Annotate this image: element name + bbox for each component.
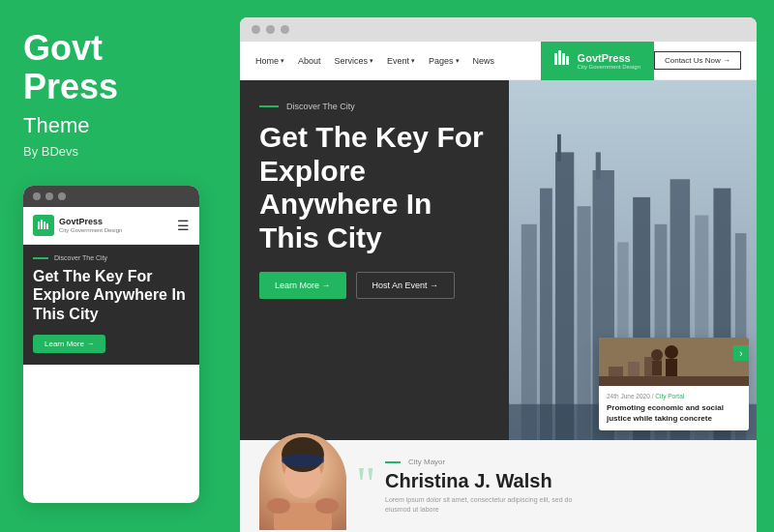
mobile-dot-1 (33, 192, 41, 200)
nav-link-pages[interactable]: Pages ▾ (429, 56, 460, 66)
mayor-desc: Lorem ipsum dolor sit amet, consectetur … (385, 495, 579, 515)
mobile-logo-text-wrap: GovtPress City Government Design (59, 218, 122, 233)
news-card: 24th June 2020 / City Portal Promoting e… (599, 338, 749, 430)
mayor-photo-inner (259, 433, 346, 530)
mobile-dot-3 (58, 192, 66, 200)
right-panel: Home ▾ About Services ▾ Event ▾ Pages ▾ … (223, 0, 774, 532)
svg-rect-32 (666, 359, 677, 376)
mobile-discover: Discover The City (33, 254, 190, 261)
svg-point-36 (282, 454, 324, 467)
desktop-hero: Discover The City Get The Key For Explor… (240, 80, 757, 440)
nav-link-home[interactable]: Home ▾ (255, 56, 284, 66)
svg-rect-28 (599, 376, 749, 386)
desktop-logo: GovtPress City Government Design (541, 42, 654, 80)
svg-rect-11 (555, 152, 574, 440)
mobile-preview-card: GovtPress City Government Design ☰ Disco… (23, 186, 199, 503)
nav-link-about[interactable]: About (298, 56, 321, 66)
mobile-logo-sub: City Government Design (59, 227, 122, 233)
svg-point-29 (651, 349, 663, 361)
theme-title: Govt Press (23, 29, 199, 105)
mobile-learn-more-button[interactable]: Learn More → (33, 335, 105, 353)
svg-rect-3 (46, 223, 48, 229)
quotemark-icon: " (356, 459, 375, 508)
desktop-discover: Discover The City (259, 102, 490, 111)
city-mayor-text: City Mayor (408, 458, 445, 466)
browser-dot-2 (266, 25, 275, 34)
news-card-body: 24th June 2020 / City Portal Promoting e… (599, 386, 749, 430)
mayor-label-line (385, 461, 401, 463)
mayor-info: City Mayor Christina J. Walsh Lorem ipsu… (385, 458, 579, 515)
browser-window: Home ▾ About Services ▾ Event ▾ Pages ▾ … (240, 17, 757, 532)
left-panel: Govt Press Theme By BDevs GovtPr (0, 0, 223, 532)
mobile-logo: GovtPress City Government Design (33, 215, 122, 236)
news-card-tab[interactable] (733, 345, 749, 361)
host-event-button[interactable]: Host An Event → (356, 272, 456, 299)
svg-point-38 (267, 498, 290, 514)
news-card-meta: 24th June 2020 / City Portal (607, 393, 741, 399)
svg-rect-4 (554, 53, 557, 65)
mobile-nav: GovtPress City Government Design ☰ (23, 207, 199, 245)
mayor-photo (259, 433, 346, 530)
desktop-discover-line (259, 105, 279, 107)
browser-content: Home ▾ About Services ▾ Event ▾ Pages ▾ … (240, 42, 757, 532)
desktop-hero-buttons: Learn More → Host An Event → (259, 272, 490, 299)
mobile-hamburger-icon[interactable]: ☰ (177, 218, 190, 233)
svg-rect-30 (652, 361, 662, 375)
desktop-nav: Home ▾ About Services ▾ Event ▾ Pages ▾ … (240, 42, 757, 80)
mobile-logo-icon (33, 215, 54, 236)
desktop-hero-right: 24th June 2020 / City Portal Promoting e… (509, 80, 757, 440)
city-mayor-label: City Mayor (385, 458, 579, 466)
news-card-title: Promoting economic and social justice wh… (607, 403, 741, 424)
svg-rect-6 (562, 53, 565, 65)
svg-rect-12 (557, 134, 561, 162)
browser-topbar (240, 17, 757, 42)
desktop-logo-sub: City Government Design (578, 64, 640, 70)
svg-rect-7 (566, 56, 569, 65)
svg-rect-2 (44, 222, 45, 229)
mobile-discover-line (33, 257, 48, 259)
mobile-dot-2 (45, 192, 53, 200)
mobile-hero-title: Get The Key For Explore Anywhere In This… (33, 267, 190, 323)
svg-rect-5 (558, 50, 561, 65)
desktop-bottom: " City Mayor Christina J. Walsh Lorem ip… (240, 440, 757, 532)
mobile-hero: Discover The City Get The Key For Explor… (23, 245, 199, 365)
desktop-logo-main: GovtPress (578, 52, 640, 64)
desktop-hero-title: Get The Key For Explore Anywhere In This… (259, 121, 490, 254)
svg-rect-0 (38, 222, 40, 229)
browser-dot-1 (252, 25, 260, 34)
mobile-discover-label: Discover The City (54, 254, 107, 261)
news-card-category: City Portal (655, 393, 684, 399)
svg-rect-1 (41, 220, 43, 229)
mayor-name: Christina J. Walsh (385, 470, 579, 491)
desktop-discover-label: Discover The City (286, 102, 355, 111)
news-card-date: 24th June 2020 (607, 393, 650, 399)
learn-more-button[interactable]: Learn More → (259, 272, 346, 299)
contact-us-button[interactable]: Contact Us Now → (654, 51, 741, 70)
nav-link-event[interactable]: Event ▾ (387, 56, 415, 66)
browser-dot-3 (281, 25, 289, 34)
mobile-topbar (23, 186, 199, 207)
mobile-logo-main: GovtPress (59, 218, 122, 227)
nav-link-news[interactable]: News (473, 56, 495, 66)
city-image: 24th June 2020 / City Portal Promoting e… (509, 80, 757, 440)
svg-point-39 (315, 498, 339, 514)
news-card-image (599, 338, 749, 386)
theme-subtitle: Theme (23, 113, 199, 138)
desktop-logo-text-wrap: GovtPress City Government Design (578, 52, 640, 70)
desktop-logo-icon (554, 49, 572, 73)
svg-rect-15 (595, 152, 600, 179)
desktop-nav-links: Home ▾ About Services ▾ Event ▾ Pages ▾ … (255, 56, 541, 66)
svg-rect-10 (540, 189, 552, 440)
theme-by: By BDevs (23, 144, 199, 159)
svg-point-31 (665, 345, 678, 359)
desktop-hero-left: Discover The City Get The Key For Explor… (240, 80, 509, 440)
nav-link-services[interactable]: Services ▾ (335, 56, 374, 66)
